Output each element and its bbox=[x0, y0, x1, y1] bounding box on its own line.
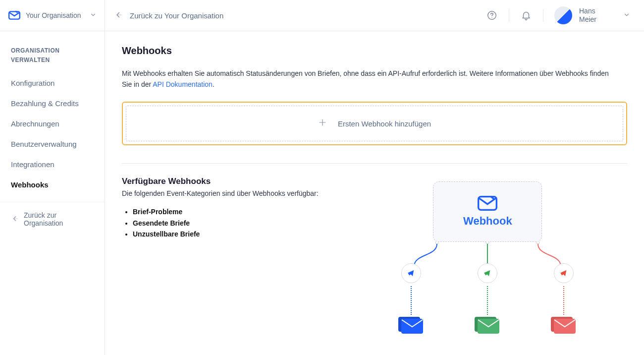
app-logo-icon bbox=[8, 9, 21, 22]
svg-point-3 bbox=[435, 241, 438, 244]
available-title: Verfügbare Webhooks bbox=[122, 177, 319, 186]
envelope-icon bbox=[475, 315, 500, 335]
webhook-box-label: Webhook bbox=[463, 215, 512, 228]
plus-icon bbox=[318, 118, 327, 129]
svg-point-5 bbox=[537, 241, 539, 244]
bell-icon[interactable] bbox=[520, 9, 532, 21]
available-subtitle: Die folgenden Event-Kategorien sind über… bbox=[122, 189, 319, 197]
section-divider bbox=[122, 163, 627, 164]
event-item: Unzustellbare Briefe bbox=[133, 229, 319, 239]
webhook-box: Webhook bbox=[433, 181, 542, 242]
chevron-down-icon bbox=[90, 11, 97, 20]
branch-red bbox=[551, 263, 577, 335]
chevron-down-icon bbox=[623, 11, 630, 20]
add-webhook-button[interactable]: Ersten Webhook hinzufügen bbox=[126, 106, 623, 141]
envelope-icon bbox=[398, 315, 424, 335]
arrow-left-icon bbox=[11, 215, 19, 224]
divider bbox=[543, 9, 543, 22]
sidebar-section-title: ORGANISATION VERWALTEN bbox=[0, 31, 105, 73]
org-switcher[interactable]: Your Organisation bbox=[0, 0, 105, 31]
divider bbox=[509, 9, 509, 22]
envelope-icon bbox=[551, 315, 577, 335]
branch-green bbox=[475, 263, 500, 335]
user-menu[interactable]: Hans Meier bbox=[554, 6, 630, 24]
nav-item-benutzer[interactable]: Benutzerverwaltung bbox=[0, 134, 105, 154]
available-webhooks-section: Verfügbare Webhooks Die folgenden Event-… bbox=[122, 177, 319, 335]
nav-item-integrationen[interactable]: Integrationen bbox=[0, 154, 105, 175]
help-icon[interactable] bbox=[486, 9, 498, 21]
back-to-org-label: Zurück zur Organisation bbox=[24, 211, 94, 227]
intro-text: Mit Webhooks erhalten Sie automatisch St… bbox=[122, 68, 617, 90]
add-webhook-label: Ersten Webhook hinzufügen bbox=[338, 119, 431, 128]
webhook-diagram: Webhook bbox=[348, 181, 627, 335]
topbar: Zurück zu Your Organisation Hans Meier bbox=[105, 0, 644, 31]
user-name: Hans Meier bbox=[579, 7, 596, 24]
content: Webhooks Mit Webhooks erhalten Sie autom… bbox=[105, 31, 644, 355]
nav-item-abrechnungen[interactable]: Abrechnungen bbox=[0, 114, 105, 134]
page-title: Webhooks bbox=[122, 45, 627, 57]
org-name: Your Organisation bbox=[26, 11, 85, 19]
add-webhook-highlight: Ersten Webhook hinzufügen bbox=[122, 102, 627, 145]
nav-item-konfiguration[interactable]: Konfiguration bbox=[0, 73, 105, 93]
branch-blue bbox=[398, 263, 424, 335]
event-item: Gesendete Briefe bbox=[133, 218, 319, 229]
avatar bbox=[554, 6, 572, 24]
arrow-left-icon bbox=[114, 10, 123, 21]
nav-item-webhooks[interactable]: Webhooks bbox=[0, 175, 105, 195]
back-to-org-link[interactable]: Zurück zur Organisation bbox=[0, 202, 105, 236]
event-list: Brief-Probleme Gesendete Briefe Unzustel… bbox=[122, 206, 319, 239]
sidebar-nav: Konfiguration Bezahlung & Credits Abrech… bbox=[0, 73, 105, 195]
nav-item-bezahlung[interactable]: Bezahlung & Credits bbox=[0, 93, 105, 114]
sidebar: Your Organisation ORGANISATION VERWALTEN… bbox=[0, 0, 105, 355]
breadcrumb-back[interactable]: Zurück zu Your Organisation bbox=[114, 10, 223, 21]
breadcrumb-back-label: Zurück zu Your Organisation bbox=[130, 11, 223, 20]
event-item: Brief-Probleme bbox=[133, 206, 319, 217]
api-doc-link[interactable]: API Dokumentation bbox=[153, 80, 213, 88]
